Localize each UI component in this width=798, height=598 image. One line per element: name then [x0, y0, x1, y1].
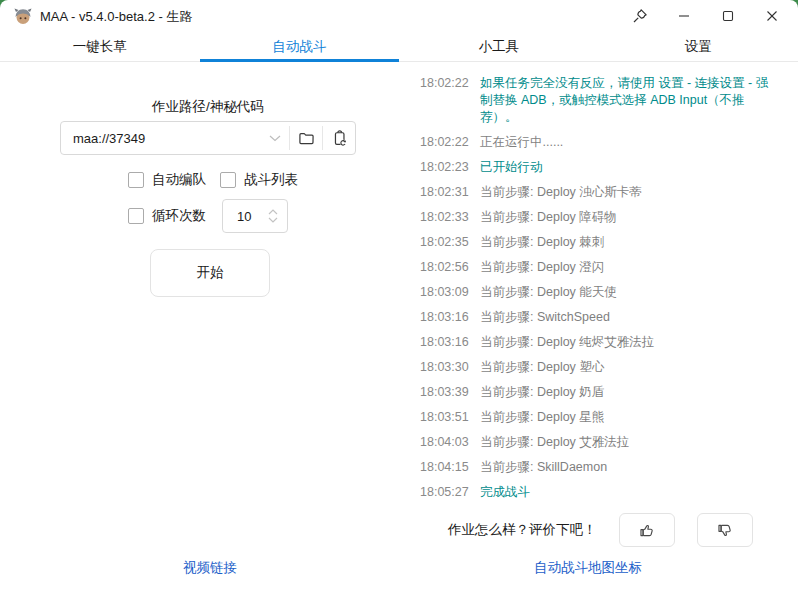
close-icon — [764, 8, 780, 24]
tab-bar: 一键长草 自动战斗 小工具 设置 — [0, 32, 798, 62]
log-timestamp: 18:02:22 — [420, 75, 472, 92]
log-message: 当前步骤: Deploy 障碍物 — [480, 209, 772, 226]
loop-times-checkbox-item: 循环次数 — [128, 207, 206, 225]
log-timestamp: 18:04:15 — [420, 459, 472, 476]
auto-squad-checkbox-item: 自动编队 — [128, 171, 206, 189]
log-message: 正在运行中...... — [480, 134, 772, 151]
log-message: 当前步骤: Deploy 纯烬艾雅法拉 — [480, 334, 772, 351]
log-timestamp: 18:02:56 — [420, 259, 472, 276]
battle-list-checkbox-item: 战斗列表 — [220, 171, 298, 189]
loop-count-spinner[interactable]: 10 — [222, 199, 288, 233]
auto-squad-checkbox[interactable] — [128, 172, 144, 188]
tab-farming[interactable]: 一键长草 — [0, 32, 200, 61]
main-content: 作业路径/神秘代码 maa://37349 — [0, 62, 798, 598]
loop-count-value: 10 — [223, 209, 268, 224]
log-entry: 18:04:03 当前步骤: Deploy 艾雅法拉 — [420, 434, 772, 451]
chevron-down-small-icon[interactable] — [268, 217, 278, 223]
battle-list-checkbox[interactable] — [220, 172, 236, 188]
log-message: 当前步骤: Deploy 澄闪 — [480, 259, 772, 276]
log-timestamp: 18:03:16 — [420, 309, 472, 326]
window-controls — [618, 0, 794, 32]
log-timestamp: 18:03:09 — [420, 284, 472, 301]
rating-row: 作业怎么样？评价下吧！ — [448, 513, 753, 547]
chevron-down-icon — [269, 135, 281, 142]
log-entry: 18:03:39 当前步骤: Deploy 奶盾 — [420, 384, 772, 401]
loop-times-checkbox[interactable] — [128, 208, 144, 224]
log-entry: 18:03:16 当前步骤: Deploy 纯烬艾雅法拉 — [420, 334, 772, 351]
log-timestamp: 18:05:27 — [420, 484, 472, 500]
log-message: 当前步骤: Deploy 塑心 — [480, 359, 772, 376]
log-message: 当前步骤: SwitchSpeed — [480, 309, 772, 326]
log-message: 已开始行动 — [480, 159, 772, 176]
start-button[interactable]: 开始 — [150, 249, 270, 297]
log-entry: 18:02:22 如果任务完全没有反应，请使用 设置 - 连接设置 - 强制替换… — [420, 75, 772, 126]
pin-button[interactable] — [618, 0, 662, 32]
job-path-combobox[interactable]: maa://37349 — [61, 122, 289, 154]
open-file-button[interactable] — [290, 122, 322, 154]
log-entry: 18:02:35 当前步骤: Deploy 棘刺 — [420, 234, 772, 251]
tab-copilot[interactable]: 自动战斗 — [200, 32, 400, 61]
log-entry: 18:04:15 当前步骤: SkillDaemon — [420, 459, 772, 476]
log-message: 当前步骤: Deploy 浊心斯卡蒂 — [480, 184, 772, 201]
title-bar: MAA - v5.4.0-beta.2 - 生路 — [0, 0, 798, 32]
job-path-input-group: maa://37349 — [60, 121, 356, 155]
loop-times-label: 循环次数 — [152, 207, 206, 225]
video-link[interactable]: 视频链接 — [0, 559, 420, 577]
log-timestamp: 18:02:33 — [420, 209, 472, 226]
rating-prompt: 作业怎么样？评价下吧！ — [448, 521, 597, 539]
thumb-up-icon — [638, 522, 655, 539]
close-button[interactable] — [750, 0, 794, 32]
battle-list-label: 战斗列表 — [244, 171, 298, 189]
log-message: 当前步骤: SkillDaemon — [480, 459, 772, 476]
log-timestamp: 18:03:51 — [420, 409, 472, 426]
app-window: MAA - v5.4.0-beta.2 - 生路 — [0, 0, 798, 598]
thumb-down-icon — [716, 522, 733, 539]
maximize-button[interactable] — [706, 0, 750, 32]
pin-icon — [632, 8, 648, 24]
tab-settings[interactable]: 设置 — [599, 32, 798, 61]
log-timestamp: 18:02:23 — [420, 159, 472, 176]
maximize-icon — [720, 8, 736, 24]
log-message: 如果任务完全没有反应，请使用 设置 - 连接设置 - 强制替换 ADB，或触控模… — [480, 75, 772, 126]
log-timestamp: 18:04:03 — [420, 434, 472, 451]
auto-squad-label: 自动编队 — [152, 171, 206, 189]
log-timestamp: 18:02:22 — [420, 134, 472, 151]
log-timestamp: 18:03:30 — [420, 359, 472, 376]
log-timestamp: 18:03:39 — [420, 384, 472, 401]
tab-tools[interactable]: 小工具 — [399, 32, 599, 61]
log-entry: 18:05:27 完成战斗 — [420, 484, 772, 500]
log-message: 当前步骤: Deploy 艾雅法拉 — [480, 434, 772, 451]
paste-clipboard-button[interactable] — [323, 122, 355, 154]
log-timestamp: 18:03:16 — [420, 334, 472, 351]
job-path-value: maa://37349 — [73, 131, 269, 146]
spinner-arrows — [268, 209, 287, 223]
log-entry: 18:03:16 当前步骤: SwitchSpeed — [420, 309, 772, 326]
log-message: 完成战斗 — [480, 484, 772, 500]
log-entry: 18:02:31 当前步骤: Deploy 浊心斯卡蒂 — [420, 184, 772, 201]
log-entry: 18:02:56 当前步骤: Deploy 澄闪 — [420, 259, 772, 276]
minimize-button[interactable] — [662, 0, 706, 32]
battle-map-coords-link[interactable]: 自动战斗地图坐标 — [400, 559, 776, 577]
log-message: 当前步骤: Deploy 棘刺 — [480, 234, 772, 251]
log-entry: 18:03:09 当前步骤: Deploy 能天使 — [420, 284, 772, 301]
thumbs-down-button[interactable] — [697, 513, 753, 547]
thumbs-up-button[interactable] — [619, 513, 675, 547]
folder-icon — [298, 130, 315, 147]
job-path-label: 作业路径/神秘代码 — [60, 98, 356, 116]
log-entry: 18:03:30 当前步骤: Deploy 塑心 — [420, 359, 772, 376]
log-entry: 18:03:51 当前步骤: Deploy 星熊 — [420, 409, 772, 426]
log-message: 当前步骤: Deploy 星熊 — [480, 409, 772, 426]
log-message: 当前步骤: Deploy 能天使 — [480, 284, 772, 301]
log-entry: 18:02:22 正在运行中...... — [420, 134, 772, 151]
log-entry: 18:02:23 已开始行动 — [420, 159, 772, 176]
minimize-icon — [676, 8, 692, 24]
clipboard-paste-icon — [331, 130, 348, 147]
log-timestamp: 18:02:31 — [420, 184, 472, 201]
log-timestamp: 18:02:35 — [420, 234, 472, 251]
log-message: 当前步骤: Deploy 奶盾 — [480, 384, 772, 401]
app-logo-icon — [13, 6, 33, 26]
chevron-up-small-icon[interactable] — [268, 209, 278, 215]
log-entry: 18:02:33 当前步骤: Deploy 障碍物 — [420, 209, 772, 226]
window-title: MAA - v5.4.0-beta.2 - 生路 — [40, 8, 192, 26]
log-list[interactable]: 18:02:22 如果任务完全没有反应，请使用 设置 - 连接设置 - 强制替换… — [420, 62, 772, 500]
